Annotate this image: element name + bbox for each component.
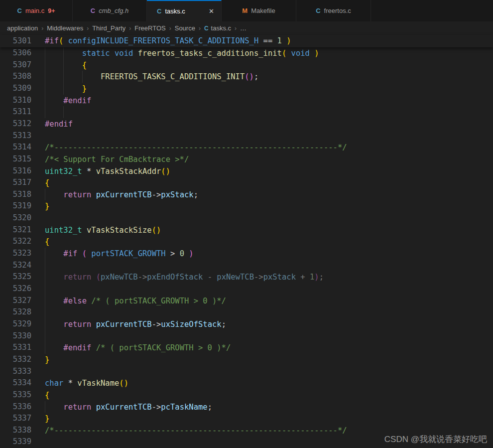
code-line-5312[interactable]: 5312#endif <box>0 118 493 130</box>
indent-guide <box>45 260 45 272</box>
sticky-scroll-line[interactable]: 5301#if( configINCLUDE_FREERTOS_TASK_C_A… <box>0 35 493 47</box>
token-ctrl: #else <box>45 297 91 305</box>
line-number: 5317 <box>0 177 45 189</box>
token-kw: portSTACK_GROWTH <box>91 249 165 258</box>
token-var: pxStack <box>161 190 193 199</box>
code-line-5335[interactable]: 5335{ <box>0 389 493 401</box>
token-b1: { <box>45 237 49 246</box>
code-line-5324[interactable]: 5324 <box>0 260 493 272</box>
code-line-5313[interactable]: 5313 <box>0 130 493 142</box>
close-icon[interactable]: ✕ <box>209 7 221 15</box>
code-text: { <box>45 391 49 400</box>
token-kw: static void <box>45 49 138 58</box>
indent-guide <box>45 106 45 118</box>
code-line-5320[interactable]: 5320 <box>0 212 493 224</box>
token-var: pxEndOfStack <box>147 273 203 282</box>
code-line-5309[interactable]: 5309 } <box>0 83 493 95</box>
line-number: 5330 <box>0 330 45 342</box>
tab-main-c[interactable]: Cmain.c9+ <box>0 0 73 21</box>
token-b1: } <box>45 414 49 423</box>
token-var: pxNewTCB <box>101 273 138 282</box>
code-line-5333[interactable]: 5333 <box>0 366 493 378</box>
line-number: 5306 <box>0 47 45 59</box>
code-line-5315[interactable]: 5315/*< Support For CmBacktrace >*/ <box>0 153 493 165</box>
breadcrumb-ellipsis[interactable]: … <box>240 24 246 32</box>
code-line-5321[interactable]: 5321uint32_t vTaskStackSize() <box>0 224 493 236</box>
code-line-5311[interactable]: 5311 <box>0 106 493 118</box>
code-line-5308[interactable]: 5308 FREERTOS_TASKS_C_ADDITIONS_INIT(); <box>0 71 493 83</box>
breadcrumb-item-third-party[interactable]: Third_Party <box>92 24 125 32</box>
code-line-5322[interactable]: 5322{ <box>0 236 493 248</box>
line-number: 5324 <box>0 260 45 272</box>
tab-cmb-cfg-h[interactable]: Ccmb_cfg.h <box>73 0 147 21</box>
token-ctrl: return <box>45 403 96 412</box>
code-line-5319[interactable]: 5319} <box>0 200 493 212</box>
token-b1: ) <box>282 36 291 45</box>
code-line-5330[interactable]: 5330 <box>0 330 493 342</box>
token-fg: == <box>258 36 277 45</box>
code-line-5310[interactable]: 5310 #endif <box>0 95 493 107</box>
indent-guide <box>63 83 64 95</box>
token-b1: () <box>152 226 161 235</box>
problems-badge: 9+ <box>48 7 55 14</box>
makefile-icon: M <box>242 7 247 14</box>
code-line-5327[interactable]: 5327 #else /* ( portSTACK_GROWTH > 0 )*/ <box>0 295 493 307</box>
breadcrumb-label: Middlewares <box>47 24 83 32</box>
code-line-5336[interactable]: 5336 return pxCurrentTCB->pcTaskName; <box>0 401 493 413</box>
token-fg: -> <box>152 320 161 329</box>
code-line-5332[interactable]: 5332} <box>0 354 493 366</box>
token-b2: () <box>245 72 254 81</box>
code-line-5323[interactable]: 5323 #if ( portSTACK_GROWTH > 0 ) <box>0 248 493 260</box>
code-line-5318[interactable]: 5318 return pxCurrentTCB->pxStack; <box>0 189 493 201</box>
breadcrumb-label: Third_Party <box>92 24 125 32</box>
code-line-5314[interactable]: 5314/*----------------------------------… <box>0 142 493 153</box>
token-b2: ) <box>314 273 319 282</box>
breadcrumb-item-application[interactable]: application <box>7 24 38 32</box>
code-line-5331[interactable]: 5331 #endif /* ( portSTACK_GROWTH > 0 )*… <box>0 342 493 354</box>
tab-freertos-c[interactable]: Cfreertos.c <box>296 0 371 21</box>
tab-label: cmb_cfg.h <box>99 7 128 14</box>
code-line-5328[interactable]: 5328 <box>0 306 493 318</box>
tab-tasks-c[interactable]: Ctasks.c✕ <box>147 0 222 21</box>
code-line-5316[interactable]: 5316uint32_t * vTaskStackAddr() <box>0 165 493 177</box>
breadcrumb-item-tasks-c[interactable]: Ctasks.c <box>204 24 231 32</box>
code-line-5329[interactable]: 5329 return pxCurrentTCB->uxSizeOfStack; <box>0 318 493 330</box>
token-b2: ( <box>96 273 101 282</box>
indent-guide <box>45 318 45 330</box>
breadcrumb-item-middlewares[interactable]: Middlewares <box>47 24 83 32</box>
code-text: return (pxNewTCB->pxEndOfStack - pxNewTC… <box>45 273 324 282</box>
c-file-icon: C <box>204 25 209 32</box>
code-text: return pxCurrentTCB->pxStack; <box>45 190 198 199</box>
code-text: FREERTOS_TASKS_C_ADDITIONS_INIT(); <box>45 72 258 81</box>
code-line-5307[interactable]: 5307 { <box>0 59 493 71</box>
line-number: 5308 <box>0 71 45 83</box>
token-kw: char <box>45 379 63 388</box>
token-fg: ; <box>194 190 198 199</box>
token-b2: ( <box>82 249 87 258</box>
code-line-5326[interactable]: 5326 <box>0 283 493 295</box>
indent-guide <box>63 106 64 118</box>
code-text: #endif <box>45 120 73 129</box>
code-line-5334[interactable]: 5334char * vTaskName() <box>0 377 493 389</box>
token-fn: vTaskStackSize <box>87 226 152 235</box>
code-line-5325[interactable]: 5325 return (pxNewTCB->pxEndOfStack - px… <box>0 271 493 283</box>
breadcrumb-label: Source <box>175 24 195 32</box>
breadcrumb-item-source[interactable]: Source <box>175 24 195 32</box>
token-b1: { <box>45 61 87 70</box>
code-text: #if( configINCLUDE_FREERTOS_TASK_C_ADDIT… <box>45 35 291 47</box>
token-com: /* ( portSTACK_GROWTH > 0 )*/ <box>91 297 226 305</box>
code-line-5317[interactable]: 5317{ <box>0 177 493 189</box>
code-text: #endif /* ( portSTACK_GROWTH > 0 )*/ <box>45 343 231 352</box>
token-var: pxNewTCB <box>217 273 254 282</box>
code-text: { <box>45 61 87 70</box>
line-number: 5310 <box>0 95 45 107</box>
line-number: 5334 <box>0 377 45 389</box>
code-line-5337[interactable]: 5337} <box>0 413 493 425</box>
line-number: 5326 <box>0 283 45 295</box>
tab-makefile[interactable]: MMakefile <box>222 0 296 21</box>
code-line-5306[interactable]: 5306 static void freertos_tasks_c_additi… <box>0 47 493 59</box>
token-ctrl: #endif <box>45 343 96 352</box>
breadcrumb-item-freertos[interactable]: FreeRTOS <box>134 24 165 32</box>
token-ctrl: #if <box>45 249 82 258</box>
code-text: #else /* ( portSTACK_GROWTH > 0 )*/ <box>45 297 226 305</box>
